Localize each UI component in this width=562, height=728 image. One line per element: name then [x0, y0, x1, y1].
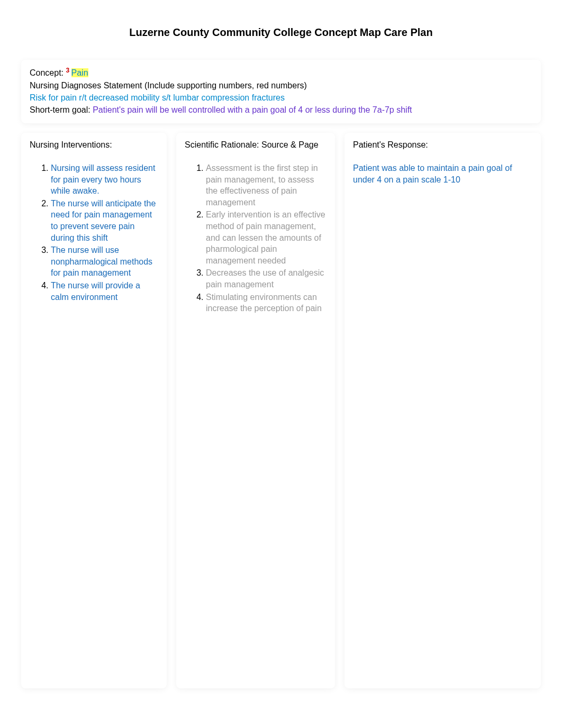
- list-item: The nurse will anticipate the need for p…: [51, 198, 158, 243]
- col-response: Patient's Response: Patient was able to …: [345, 133, 541, 688]
- diagnoses-value: Risk for pain r/t decreased mobility s/t…: [30, 92, 532, 104]
- diagnoses-label: Nursing Diagnoses Statement (Include sup…: [30, 79, 532, 92]
- interventions-list: Nursing will assess resident for pain ev…: [30, 162, 158, 303]
- list-item: Assessment is the first step in pain man…: [206, 162, 327, 208]
- goal-label: Short-term goal:: [30, 105, 93, 114]
- list-item: The nurse will provide a calm environmen…: [51, 280, 158, 303]
- list-item: Early intervention is an effective metho…: [206, 209, 327, 266]
- concept-number: 3: [66, 67, 71, 74]
- rationale-heading: Scientific Rationale: Source & Page: [185, 140, 327, 150]
- response-text: Patient was able to maintain a pain goal…: [353, 162, 532, 185]
- rationale-list: Assessment is the first step in pain man…: [185, 162, 327, 314]
- rationale-card: Scientific Rationale: Source & Page Asse…: [176, 133, 335, 688]
- col-interventions: Nursing Interventions: Nursing will asse…: [21, 133, 167, 688]
- goal-line: Short-term goal: Patient's pain will be …: [30, 104, 532, 116]
- response-card: Patient's Response: Patient was able to …: [345, 133, 541, 688]
- concept-header-card: Concept: 3 Pain Nursing Diagnoses Statem…: [21, 60, 541, 123]
- list-item: Stimulating environments can increase th…: [206, 292, 327, 314]
- interventions-heading: Nursing Interventions:: [30, 140, 158, 150]
- columns-row: Nursing Interventions: Nursing will asse…: [21, 133, 541, 688]
- concept-line: Concept: 3 Pain: [30, 66, 532, 79]
- col-rationale: Scientific Rationale: Source & Page Asse…: [176, 133, 335, 688]
- concept-value: Pain: [71, 68, 88, 77]
- list-item: The nurse will use nonpharmalogical meth…: [51, 244, 158, 279]
- concept-label: Concept:: [30, 68, 66, 77]
- page-title: Luzerne County Community College Concept…: [21, 26, 541, 39]
- list-item: Decreases the use of analgesic pain mana…: [206, 267, 327, 290]
- interventions-card: Nursing Interventions: Nursing will asse…: [21, 133, 167, 688]
- list-item: Nursing will assess resident for pain ev…: [51, 162, 158, 197]
- goal-value: Patient's pain will be well controlled w…: [93, 105, 412, 114]
- response-heading: Patient's Response:: [353, 140, 532, 150]
